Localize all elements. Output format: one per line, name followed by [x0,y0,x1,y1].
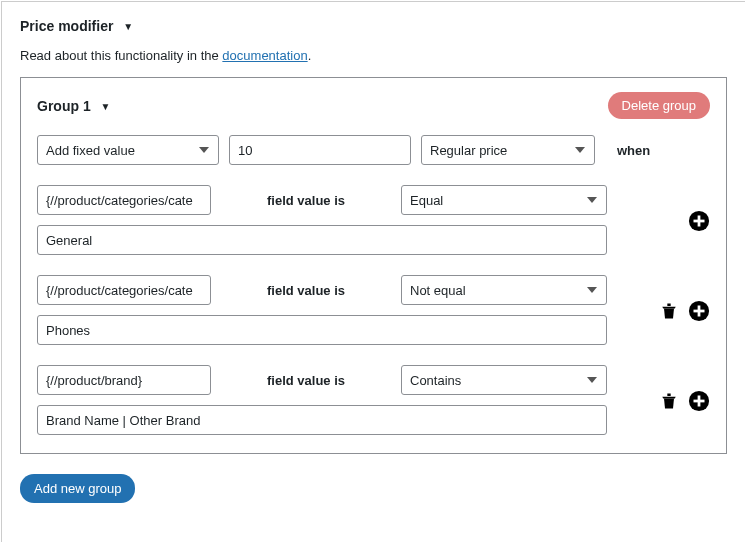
field-value-is-label: field value is [221,283,391,298]
add-new-group-button[interactable]: Add new group [20,474,135,503]
field-path-input[interactable] [37,185,211,215]
condition-row: field value is Contains [37,365,710,437]
group-box: Group 1 ▼ Delete group Add fixed value R… [20,77,727,454]
panel-title[interactable]: Price modifier ▼ [20,18,727,34]
field-path-input[interactable] [37,275,211,305]
group-header: Group 1 ▼ Delete group [37,92,710,119]
when-label: when [617,143,650,158]
plus-circle-icon[interactable] [688,300,710,322]
delete-group-button[interactable]: Delete group [608,92,710,119]
group-title[interactable]: Group 1 ▼ [37,98,110,114]
trash-icon[interactable] [658,300,680,322]
panel-title-text: Price modifier [20,18,113,34]
comparison-select[interactable]: Contains [401,365,607,395]
condition-row: field value is Not equal [37,275,710,347]
caret-down-icon: ▼ [123,21,133,32]
price-modifier-panel: Price modifier ▼ Read about this functio… [1,1,745,542]
field-value-is-label: field value is [221,193,391,208]
svg-rect-2 [698,216,701,227]
intro-prefix: Read about this functionality in the [20,48,222,63]
action-select[interactable]: Add fixed value [37,135,219,165]
field-path-input[interactable] [37,365,211,395]
value-input[interactable] [229,135,411,165]
documentation-link[interactable]: documentation [222,48,307,63]
field-value-is-label: field value is [221,373,391,388]
svg-rect-10 [698,396,701,407]
svg-rect-7 [667,394,670,397]
plus-circle-icon[interactable] [688,390,710,412]
intro-suffix: . [308,48,312,63]
price-type-select[interactable]: Regular price [421,135,595,165]
svg-rect-6 [698,306,701,317]
group-action-row: Add fixed value Regular price when [37,135,710,165]
condition-value-input[interactable] [37,405,607,435]
condition-row: field value is Equal [37,185,710,257]
group-title-text: Group 1 [37,98,91,114]
trash-icon[interactable] [658,390,680,412]
condition-value-input[interactable] [37,315,607,345]
plus-circle-icon[interactable] [688,210,710,232]
caret-down-icon: ▼ [101,101,111,112]
comparison-select[interactable]: Equal [401,185,607,215]
svg-rect-3 [667,304,670,307]
condition-value-input[interactable] [37,225,607,255]
intro-text: Read about this functionality in the doc… [20,48,727,63]
comparison-select[interactable]: Not equal [401,275,607,305]
